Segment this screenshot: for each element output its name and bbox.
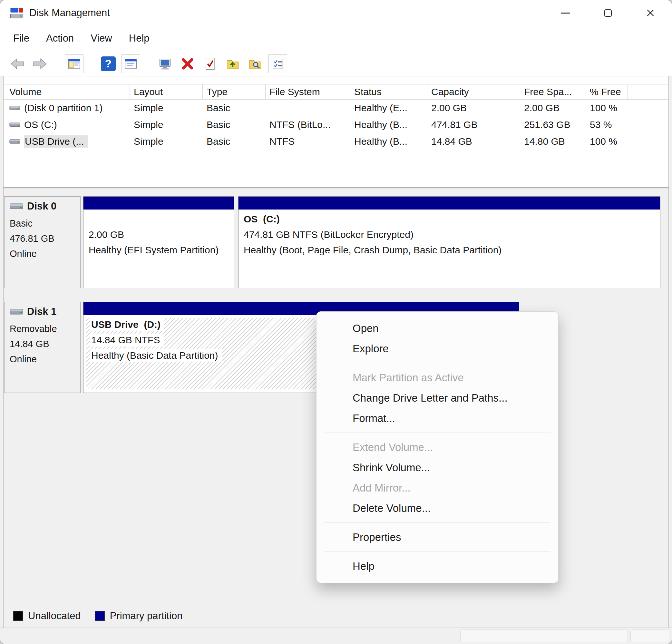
cell-pct-free: 100 % <box>586 136 628 147</box>
table-row-disk0-partition1[interactable]: (Disk 0 partition 1) Simple Basic Health… <box>3 99 669 116</box>
minimize-button[interactable] <box>544 0 587 25</box>
folder-up-button[interactable] <box>223 55 242 73</box>
legend-label-primary-partition: Primary partition <box>110 610 183 622</box>
list-view-button[interactable] <box>268 55 287 73</box>
column-header-volume[interactable]: Volume <box>5 84 130 99</box>
volume-list-pane: Volume Layout Type File System Status Ca… <box>3 76 669 187</box>
partition-os-c[interactable]: OS (C:) 474.81 GB NTFS (BitLocker Encryp… <box>238 196 660 288</box>
status-bar-grip <box>631 630 669 642</box>
table-row-os-c[interactable]: OS (C:) Simple Basic NTFS (BitLo... Heal… <box>3 116 669 133</box>
back-arrow-icon <box>10 56 25 72</box>
menu-item-mark-partition-active: Mark Partition as Active <box>316 368 558 388</box>
column-header-layout[interactable]: Layout <box>130 84 203 99</box>
check-document-icon <box>202 56 218 72</box>
titlebar: Disk Management <box>0 0 672 25</box>
list-checks-icon <box>270 56 286 72</box>
cell-type: Basic <box>203 119 266 130</box>
menu-bar: File Action View Help <box>0 25 672 51</box>
toolbar-separator <box>53 63 61 64</box>
volume-name: (Disk 0 partition 1) <box>24 103 103 114</box>
computer-icon <box>157 56 173 72</box>
partition-color-strip <box>239 196 660 210</box>
cell-capacity: 2.00 GB <box>428 103 520 114</box>
graphical-view-pane: Disk 0 Basic 476.81 GB Online 2.00 GB He… <box>3 189 669 628</box>
cell-type: Basic <box>203 103 266 114</box>
check-document-button[interactable] <box>201 55 219 73</box>
partition-title: USB Drive (D:) <box>90 318 164 331</box>
cell-status: Healthy (E... <box>350 103 428 114</box>
help-icon: ? <box>101 56 116 71</box>
status-bar-segment <box>460 630 628 642</box>
close-button[interactable] <box>629 0 672 25</box>
menu-item-delete-volume[interactable]: Delete Volume... <box>316 498 558 518</box>
column-header-status[interactable]: Status <box>350 84 428 99</box>
menu-item-change-drive-letter[interactable]: Change Drive Letter and Paths... <box>316 388 558 408</box>
disk-size: 476.81 GB <box>10 231 80 246</box>
partition-status: Healthy (EFI System Partition) <box>89 245 218 255</box>
folder-search-button[interactable] <box>246 55 265 73</box>
help-button[interactable]: ? <box>99 55 118 73</box>
menu-action[interactable]: Action <box>38 30 82 47</box>
menu-item-open[interactable]: Open <box>316 318 558 338</box>
volume-table-header: Volume Layout Type File System Status Ca… <box>3 84 669 99</box>
close-icon <box>646 8 655 18</box>
unallocated-swatch <box>13 611 23 621</box>
toolbar: ? <box>0 51 672 76</box>
cell-free-space: 14.80 GB <box>520 136 586 147</box>
disk-icon <box>10 202 23 211</box>
maximize-button[interactable] <box>587 0 629 25</box>
content-area: Volume Layout Type File System Status Ca… <box>3 76 669 628</box>
menu-item-help[interactable]: Help <box>316 556 558 576</box>
disk-1-panel[interactable]: Disk 1 Removable 14.84 GB Online <box>4 302 81 393</box>
cell-file-system: NTFS (BitLo... <box>266 119 350 130</box>
partition-status: Healthy (Boot, Page File, Crash Dump, Ba… <box>244 245 502 255</box>
table-row-usb-drive[interactable]: USB Drive (... Simple Basic NTFS Healthy… <box>3 133 669 150</box>
volume-name-selected: USB Drive (... <box>24 135 88 147</box>
partition-size: 14.84 GB NTFS <box>90 334 164 346</box>
column-header-type[interactable]: Type <box>203 84 266 99</box>
disk-kind: Basic <box>10 216 80 231</box>
menu-help[interactable]: Help <box>121 30 158 47</box>
menu-item-shrink-volume[interactable]: Shrink Volume... <box>316 457 558 478</box>
show-console-tree-button[interactable] <box>65 55 83 73</box>
minimize-icon <box>561 13 570 13</box>
menu-separator <box>324 363 551 363</box>
cell-layout: Simple <box>130 136 203 147</box>
volume-icon <box>9 121 20 128</box>
status-bar <box>0 628 672 644</box>
disk-management-window: Disk Management File Action View Help ? <box>0 0 672 644</box>
disk-name: Disk 0 <box>27 201 57 212</box>
disk-0-panel[interactable]: Disk 0 Basic 476.81 GB Online <box>4 196 81 288</box>
partition-efi-system[interactable]: 2.00 GB Healthy (EFI System Partition) <box>83 196 234 288</box>
menu-item-properties[interactable]: Properties <box>316 527 558 547</box>
volume-icon <box>9 138 20 145</box>
menu-item-format[interactable]: Format... <box>316 408 558 428</box>
column-header-free-space[interactable]: Free Spa... <box>520 84 586 99</box>
menu-file[interactable]: File <box>5 30 38 47</box>
forward-button[interactable] <box>31 55 49 73</box>
properties-window-button[interactable] <box>121 55 140 73</box>
maximize-icon <box>604 9 612 17</box>
cell-file-system: NTFS <box>266 136 350 147</box>
menu-view[interactable]: View <box>82 30 121 47</box>
disk-icon <box>10 308 23 316</box>
column-header-pct-free[interactable]: % Free <box>586 84 628 99</box>
computer-button[interactable] <box>156 55 175 73</box>
toolbar-separator <box>144 63 152 64</box>
delete-volume-button[interactable] <box>178 55 197 73</box>
menu-separator <box>324 551 551 552</box>
volume-name: OS (C:) <box>24 119 57 130</box>
column-header-file-system[interactable]: File System <box>266 84 350 99</box>
partition-size: 474.81 GB NTFS (BitLocker Encrypted) <box>244 229 413 240</box>
disk-status: Online <box>10 351 80 367</box>
back-button[interactable] <box>8 55 27 73</box>
column-header-capacity[interactable]: Capacity <box>428 84 520 99</box>
volume-icon <box>9 105 20 111</box>
column-header-filler <box>628 84 669 99</box>
menu-item-extend-volume: Extend Volume... <box>316 437 558 457</box>
toolbar-separator <box>87 63 95 64</box>
window-title: Disk Management <box>29 7 110 19</box>
menu-item-explore[interactable]: Explore <box>316 338 558 359</box>
legend: Unallocated Primary partition <box>13 610 182 622</box>
cell-layout: Simple <box>130 119 203 130</box>
